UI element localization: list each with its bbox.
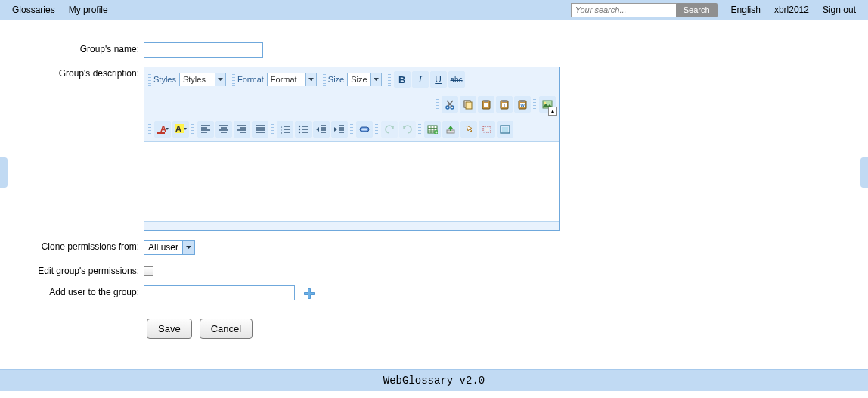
outdent-button[interactable] — [313, 121, 330, 138]
undo-button[interactable] — [381, 121, 398, 138]
cursor-button[interactable] — [460, 121, 477, 138]
svg-text:W: W — [520, 103, 525, 107]
search-input[interactable] — [571, 3, 677, 17]
svg-point-29 — [299, 126, 300, 127]
nav-my-profile[interactable]: My profile — [69, 5, 108, 15]
nav-signout[interactable]: Sign out — [823, 5, 856, 15]
size-combo-value: Size — [348, 75, 370, 84]
svg-text:A: A — [175, 124, 181, 133]
text-color-button[interactable]: A — [154, 121, 171, 138]
strike-button[interactable]: abc — [448, 71, 465, 88]
svg-rect-21 — [157, 132, 165, 134]
ordered-list-button[interactable]: 123 — [277, 121, 293, 138]
editor-toolbar-row-2: T W — [144, 92, 559, 117]
toolbar-grip-icon — [323, 73, 326, 86]
svg-point-30 — [299, 129, 300, 130]
collapse-toolbar-button[interactable]: ▴ — [548, 107, 557, 116]
search-button[interactable]: Search — [676, 3, 718, 17]
svg-text:3: 3 — [281, 131, 283, 134]
svg-marker-2 — [374, 78, 379, 81]
styles-combo[interactable]: Styles Styles — [153, 73, 226, 86]
bg-color-button[interactable]: A — [172, 121, 189, 138]
nav-glossaries[interactable]: Glossaries — [12, 5, 55, 15]
toolbar-grip-icon — [232, 73, 235, 86]
paste-text-button[interactable]: T — [496, 96, 513, 113]
nav-username[interactable]: xbrl2012 — [774, 5, 809, 15]
toolbar-grip-icon — [418, 123, 421, 136]
toolbar-grip-icon — [436, 98, 439, 111]
chevron-down-icon[interactable] — [370, 73, 381, 86]
footer-text: WebGlossary v2.0 — [0, 369, 868, 391]
styles-combo-value: Styles — [180, 75, 215, 84]
indent-button[interactable] — [331, 121, 348, 138]
anchor-button[interactable] — [479, 121, 495, 138]
edit-permissions-checkbox[interactable] — [144, 266, 153, 276]
group-name-input[interactable] — [144, 42, 263, 58]
format-combo-label: Format — [237, 75, 264, 84]
paste-button[interactable] — [478, 96, 494, 113]
copy-button[interactable] — [460, 96, 476, 113]
label-add-user: Add user to the group: — [0, 285, 144, 300]
svg-marker-25 — [184, 128, 187, 130]
svg-marker-0 — [218, 78, 223, 81]
format-combo[interactable]: Format Format — [237, 73, 317, 86]
svg-point-31 — [299, 132, 300, 133]
left-side-tab[interactable] — [0, 157, 8, 188]
redo-button[interactable] — [399, 121, 416, 138]
svg-rect-35 — [361, 129, 367, 131]
svg-rect-9 — [484, 103, 488, 107]
remove-format-button[interactable] — [356, 121, 373, 138]
svg-marker-33 — [334, 127, 337, 132]
table-button[interactable] — [424, 121, 441, 138]
toolbar-grip-icon — [533, 98, 536, 111]
label-group-description: Group's description: — [0, 67, 144, 231]
align-left-button[interactable] — [197, 121, 214, 138]
svg-rect-11 — [502, 100, 507, 102]
toolbar-grip-icon — [148, 73, 151, 86]
clone-permissions-select[interactable]: All user — [144, 240, 195, 255]
right-side-tab[interactable] — [860, 157, 868, 188]
svg-rect-6 — [466, 102, 472, 109]
toolbar-grip-icon — [350, 123, 353, 136]
align-center-button[interactable] — [215, 121, 232, 138]
size-combo[interactable]: Size Size — [328, 73, 382, 86]
toolbar-grip-icon — [271, 123, 274, 136]
save-button[interactable]: Save — [147, 319, 192, 339]
add-user-plus-button[interactable] — [303, 288, 315, 300]
label-clone-permissions: Clone permissions from: — [0, 240, 144, 255]
svg-rect-50 — [305, 292, 315, 294]
paste-word-button[interactable]: W — [514, 96, 531, 113]
italic-button[interactable]: I — [412, 71, 429, 88]
chevron-down-icon[interactable] — [182, 241, 194, 254]
align-right-button[interactable] — [234, 121, 250, 138]
align-justify-button[interactable] — [252, 121, 268, 138]
cut-button[interactable] — [442, 96, 458, 113]
main-content: Group's name: Group's description: Style… — [0, 20, 868, 369]
upload-button[interactable] — [442, 121, 459, 138]
add-user-input[interactable] — [144, 285, 295, 300]
top-navbar: Glossaries My profile Search English xbr… — [0, 0, 868, 20]
chevron-down-icon[interactable] — [305, 73, 316, 86]
svg-point-19 — [544, 102, 546, 104]
toolbar-grip-icon — [148, 123, 151, 136]
toolbar-grip-icon — [191, 123, 194, 136]
label-edit-permissions: Edit group's permissions: — [0, 264, 144, 276]
toolbar-grip-icon — [388, 73, 391, 86]
nav-language[interactable]: English — [731, 5, 761, 15]
editor-toolbar-row-1: Styles Styles Format Format — [144, 67, 559, 92]
clone-permissions-value: All user — [144, 242, 182, 253]
svg-rect-15 — [520, 100, 525, 102]
cancel-button[interactable]: Cancel — [200, 319, 253, 339]
unordered-list-button[interactable] — [295, 121, 312, 138]
format-combo-value: Format — [268, 75, 305, 84]
toolbar-grip-icon — [375, 123, 378, 136]
bold-button[interactable]: B — [394, 71, 411, 88]
search-box: Search — [571, 3, 718, 17]
editor-content-area[interactable] — [144, 142, 559, 221]
underline-button[interactable]: U — [430, 71, 447, 88]
svg-marker-46 — [186, 246, 191, 249]
size-combo-label: Size — [328, 75, 344, 84]
editor-toolbar-row-3: A A 123 — [144, 117, 559, 142]
maximize-button[interactable] — [497, 121, 513, 138]
chevron-down-icon[interactable] — [215, 73, 225, 86]
